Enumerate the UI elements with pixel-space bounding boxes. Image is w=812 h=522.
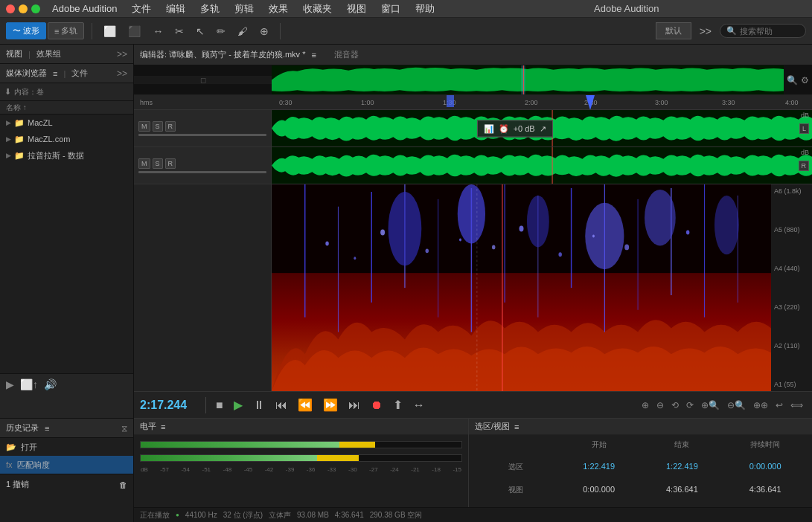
search-input[interactable]	[740, 27, 799, 36]
svg-point-26	[585, 203, 624, 269]
forward-button[interactable]: ⏩	[319, 396, 342, 414]
ruler-2_00: 2:00	[525, 99, 538, 106]
menu-file[interactable]: 文件	[129, 2, 154, 16]
freq-a5: A5 (880)	[774, 226, 809, 233]
overview-waveform[interactable]	[272, 65, 784, 94]
zoom-fit-btn[interactable]: ⊕🔍	[698, 399, 723, 412]
zoom-back-btn[interactable]: ⟲	[668, 399, 682, 412]
sel-empty	[475, 438, 557, 459]
zoom-out-btn[interactable]: ⊖	[653, 399, 667, 412]
menu-window[interactable]: 窗口	[378, 2, 403, 16]
column-header-name[interactable]: 名称 ↑	[0, 101, 133, 115]
history-item-match[interactable]: fx 匹配响度	[0, 456, 133, 474]
svg-point-24	[458, 184, 485, 243]
skip-icon-btn[interactable]: ↔	[409, 396, 429, 414]
spectral-display[interactable]: A6 (1.8k) A5 (880) A4 (440) A3 (220) A2 …	[272, 184, 812, 391]
selection-menu-icon[interactable]: ≡	[514, 422, 519, 431]
level-title: 电平	[140, 421, 156, 432]
menu-help[interactable]: 帮助	[412, 2, 438, 16]
meter-yellow-L	[339, 442, 374, 448]
editor-menu-icon[interactable]: ≡	[311, 51, 316, 59]
list-item[interactable]: ▶ 📁 MacZL	[0, 115, 133, 131]
menu-edit[interactable]: 编辑	[163, 2, 188, 16]
panel-menu-icon[interactable]: ≡	[53, 69, 57, 78]
svg-point-23	[389, 192, 422, 265]
stop-button[interactable]: ■	[212, 396, 227, 414]
toolbar-icon-move[interactable]: ↔	[149, 23, 167, 39]
menu-multitrack[interactable]: 多轨	[197, 2, 223, 16]
track-mute-1[interactable]: M	[138, 121, 150, 132]
list-item[interactable]: ▶ 📁 MacZL.com	[0, 131, 133, 147]
multitrack-mode-button[interactable]: ≡ 多轨	[48, 22, 84, 39]
sel-duration-value[interactable]: 0:00.000	[724, 460, 806, 481]
media-panel: ⬇ 内容：卷 名称 ↑ ▶ 📁 MacZL ▶ 📁 MacZL.com ▶	[0, 83, 133, 418]
record-button[interactable]: ⏺	[367, 396, 386, 414]
zoom-reset-btn[interactable]: ↩	[773, 399, 786, 412]
play-button[interactable]: ▶	[230, 396, 246, 414]
menu-bar: Adobe Audition 文件 编辑 多轨 剪辑 效果 收藏夹 视图 窗口 …	[0, 0, 812, 18]
default-button[interactable]: 默认	[656, 22, 691, 39]
menu-clip[interactable]: 剪辑	[231, 2, 257, 16]
track-mute-2[interactable]: M	[138, 158, 150, 169]
maximize-button[interactable]	[31, 4, 40, 13]
history-title: 历史记录	[6, 422, 39, 434]
track-record-2[interactable]: R	[165, 158, 176, 169]
svg-point-33	[459, 238, 461, 241]
toolbar-icon-zoom[interactable]: ⊕	[256, 23, 272, 39]
volume-action-button[interactable]: 🔊	[44, 378, 57, 390]
track-solo-2[interactable]: S	[153, 158, 163, 169]
sel-end-value[interactable]: 1:22.419	[642, 460, 723, 481]
track-record-1[interactable]: R	[165, 121, 176, 132]
view-duration-value[interactable]: 4:36.641	[724, 483, 806, 504]
export-action-button[interactable]: ⬜↑	[20, 378, 38, 390]
minimize-button[interactable]	[19, 4, 28, 13]
toolbar-icon-select[interactable]: ↖	[192, 23, 208, 39]
toolbar-icon-pen[interactable]: ✏	[213, 23, 229, 39]
zoom-fwd-btn[interactable]: ⟳	[683, 399, 697, 412]
panel-expand-button[interactable]: >>	[117, 49, 127, 59]
next-button[interactable]: ⏭	[345, 396, 364, 414]
zoom-sel-btn[interactable]: ⊖🔍	[724, 399, 749, 412]
zoom-in-btn[interactable]: ⊕	[639, 399, 652, 412]
toolbar-icon-2[interactable]: ⬛	[124, 23, 144, 39]
menu-effects[interactable]: 效果	[266, 2, 291, 16]
folder-icon: 📁	[14, 151, 25, 161]
zoom-all-btn[interactable]: ⊕⊕	[750, 399, 771, 412]
toolbar-expand[interactable]: >>	[696, 23, 715, 39]
sel-start-value[interactable]: 1:22.419	[558, 460, 640, 481]
delete-icon[interactable]: 🗑	[119, 480, 127, 489]
toolbar-icon-brush[interactable]: 🖌	[234, 23, 252, 39]
waveform-mode-button[interactable]: 〜 波形	[6, 22, 46, 39]
close-button[interactable]	[6, 4, 15, 13]
freq-a1: A1 (55)	[774, 381, 809, 388]
toolbar-icon-razor[interactable]: ✂	[171, 23, 188, 39]
view-end-value[interactable]: 4:36.641	[642, 483, 723, 504]
overview-zoom-in[interactable]: 🔍	[787, 75, 798, 86]
play-action-button[interactable]: ▶	[6, 378, 14, 390]
zoom-extra-btn[interactable]: ⟺	[787, 399, 806, 412]
rewind-button[interactable]: ⏪	[294, 396, 316, 414]
download-icon[interactable]: ⬇	[4, 87, 11, 97]
overview-settings[interactable]: ⚙	[801, 75, 809, 86]
track-fader-1[interactable]	[138, 134, 266, 136]
history-item-open[interactable]: 📂 打开	[0, 438, 133, 456]
menu-app[interactable]: Adobe Audition	[49, 3, 120, 14]
mixer-tab[interactable]: 混音器	[334, 49, 359, 60]
track-row-2[interactable]: dB R	[272, 147, 812, 184]
menu-favorites[interactable]: 收藏夹	[300, 2, 335, 16]
prev-button[interactable]: ⏮	[272, 396, 291, 414]
media-expand-button[interactable]: >>	[117, 68, 127, 79]
list-item[interactable]: ▶ 📁 拉普拉斯 - 数据	[0, 147, 133, 164]
view-start-value[interactable]: 0:00.000	[558, 483, 640, 504]
track-solo-1[interactable]: S	[153, 121, 163, 132]
menu-view[interactable]: 视图	[344, 2, 369, 16]
toolbar-icon-1[interactable]: ⬜	[100, 23, 120, 39]
sel-header-start: 开始	[558, 438, 640, 459]
track-row-1[interactable]: dB L 📊 ⏰ +0 dB ↗	[272, 110, 812, 147]
level-menu-icon[interactable]: ≡	[161, 422, 165, 431]
track-fader-2[interactable]	[138, 171, 266, 173]
pause-button[interactable]: ⏸	[249, 396, 269, 414]
status-playing: 正在播放	[140, 510, 170, 521]
history-menu-icon[interactable]: ≡	[45, 424, 49, 433]
export-button[interactable]: ⬆	[389, 396, 406, 414]
